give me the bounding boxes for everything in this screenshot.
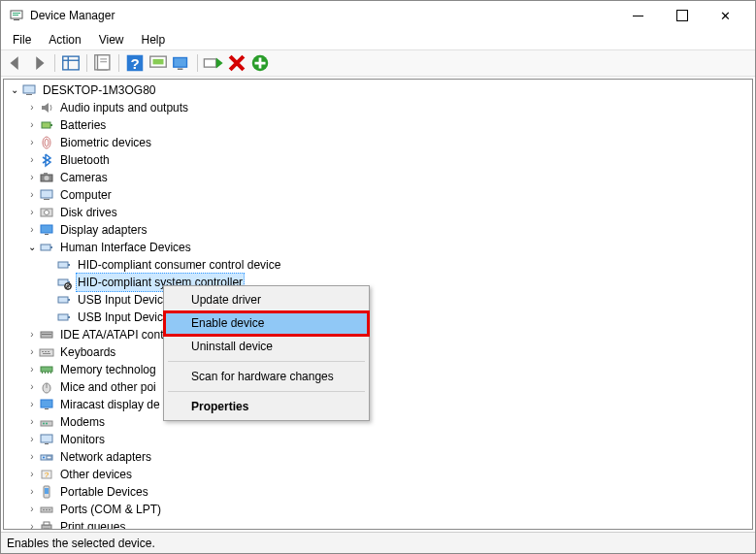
menu-action[interactable]: Action [41, 31, 88, 49]
tree-node[interactable]: ⌄Human Interface Devices [8, 239, 752, 256]
expand-arrow-icon[interactable]: › [25, 99, 39, 116]
expand-arrow-icon[interactable]: › [25, 413, 39, 431]
expand-arrow-icon[interactable]: › [25, 518, 39, 529]
svg-rect-46 [68, 316, 70, 318]
expand-arrow-icon[interactable]: › [25, 466, 39, 483]
expand-arrow-icon[interactable]: › [25, 483, 39, 501]
expand-arrow-icon[interactable]: › [25, 186, 39, 204]
expand-arrow-icon[interactable]: › [25, 501, 39, 518]
collapse-arrow-icon[interactable]: ⌄ [8, 81, 21, 99]
camera-icon [39, 170, 54, 185]
svg-rect-79 [42, 525, 51, 529]
window-title: Device Manager [30, 9, 616, 22]
tree-node[interactable]: HID-compliant consumer control device [8, 256, 752, 274]
tree-node-label: Biometric devices [58, 134, 153, 151]
uninstall-button[interactable] [226, 52, 247, 74]
expand-arrow-icon[interactable]: › [25, 343, 39, 361]
ide-icon [39, 327, 54, 342]
scan-hardware-button[interactable] [249, 52, 271, 74]
tree-node[interactable]: ›Memory technolog [8, 361, 752, 378]
tree-node[interactable]: ›Print queues [8, 518, 752, 529]
context-menu-item[interactable]: Properties [166, 395, 367, 418]
tree-node-label: HID-compliant consumer control device [76, 256, 282, 274]
expand-arrow-icon[interactable]: › [25, 116, 39, 134]
menu-file[interactable]: File [5, 31, 39, 49]
toolbar-sep [54, 54, 55, 72]
expand-arrow-icon[interactable]: › [25, 326, 39, 343]
menu-view[interactable]: View [91, 31, 132, 49]
svg-rect-53 [43, 353, 50, 354]
device-tree[interactable]: ⌄DESKTOP-1M3OG80›Audio inputs and output… [4, 80, 752, 529]
tree-node-label: USB Input Devic [76, 309, 165, 326]
tree-node[interactable]: ›Miracast display de [8, 396, 752, 413]
enable-device-button[interactable] [203, 52, 224, 74]
tree-node[interactable]: ›?Other devices [8, 466, 752, 483]
expand-arrow-icon[interactable]: › [25, 361, 39, 378]
svg-rect-21 [42, 122, 50, 128]
expand-arrow-icon[interactable]: › [25, 396, 39, 413]
help-button[interactable]: ? [124, 52, 146, 74]
tree-node[interactable]: ›Biometric devices [8, 134, 752, 151]
tree-node[interactable]: USB Input Devic [8, 309, 752, 326]
svg-rect-33 [45, 234, 49, 235]
show-hidden-button[interactable] [60, 52, 82, 74]
tree-node-label: DESKTOP-1M3OG80 [41, 81, 157, 99]
svg-rect-3 [14, 19, 19, 20]
tree-node[interactable]: ›Bluetooth [8, 151, 752, 169]
svg-rect-19 [23, 85, 35, 93]
tree-node[interactable]: ›Keyboards [8, 343, 752, 361]
scan-button[interactable] [148, 52, 169, 74]
svg-point-65 [46, 423, 48, 425]
tree-node[interactable]: ›Computer [8, 186, 752, 204]
finger-icon [39, 135, 54, 150]
tree-node[interactable]: ›Batteries [8, 116, 752, 134]
close-button[interactable]: ✕ [704, 1, 747, 30]
tree-node[interactable]: ›Portable Devices [8, 483, 752, 501]
tree-node[interactable]: ⌄DESKTOP-1M3OG80 [8, 81, 752, 99]
context-menu-item[interactable]: Scan for hardware changes [166, 365, 367, 388]
tree-node[interactable]: ›Monitors [8, 431, 752, 448]
tree-node-label: Ports (COM & LPT) [58, 501, 163, 518]
maximize-button[interactable] [660, 1, 704, 30]
tree-node[interactable]: ›Audio inputs and outputs [8, 99, 752, 116]
tree-node[interactable]: ›Network adapters [8, 448, 752, 466]
tree-node[interactable]: ›Modems [8, 413, 752, 431]
context-menu-item[interactable]: Uninstall device [166, 335, 367, 358]
forward-button[interactable] [28, 52, 49, 74]
tree-node-label: Bluetooth [58, 151, 112, 169]
update-driver-button[interactable] [171, 52, 192, 74]
hid-icon [56, 310, 72, 325]
tree-node[interactable]: USB Input Devic [8, 291, 752, 309]
hid-icon [39, 240, 54, 255]
tree-node[interactable]: HID-compliant system controller [8, 274, 752, 291]
svg-rect-44 [68, 299, 70, 301]
svg-point-77 [46, 509, 47, 510]
tree-node[interactable]: ›Cameras [8, 169, 752, 186]
toolbar-sep [197, 54, 198, 72]
svg-rect-1 [13, 13, 20, 14]
collapse-arrow-icon[interactable]: ⌄ [25, 239, 39, 256]
tree-node[interactable]: ›Disk drives [8, 204, 752, 221]
menu-help[interactable]: Help [134, 31, 174, 49]
app-icon [9, 8, 24, 23]
expand-arrow-icon[interactable]: › [25, 221, 39, 239]
expand-arrow-icon[interactable]: › [25, 169, 39, 186]
expand-arrow-icon[interactable]: › [25, 431, 39, 448]
back-button[interactable] [5, 52, 26, 74]
computer-icon [21, 82, 37, 98]
expand-arrow-icon[interactable]: › [25, 151, 39, 169]
properties-button[interactable] [92, 52, 114, 74]
tree-node[interactable]: ›Display adapters [8, 221, 752, 239]
context-menu-item[interactable]: Update driver [166, 288, 367, 311]
expand-arrow-icon[interactable]: › [25, 378, 39, 396]
tree-node[interactable]: ›IDE ATA/ATAPI cont [8, 326, 752, 343]
expand-arrow-icon[interactable]: › [25, 134, 39, 151]
expand-arrow-icon[interactable]: › [25, 204, 39, 221]
svg-rect-70 [47, 456, 51, 459]
expand-arrow-icon[interactable]: › [25, 448, 39, 466]
svg-rect-45 [58, 314, 68, 320]
minimize-button[interactable] [616, 1, 660, 30]
tree-node[interactable]: ›Mice and other poi [8, 378, 752, 396]
context-menu-item[interactable]: Enable device [166, 311, 367, 335]
tree-node[interactable]: ›Ports (COM & LPT) [8, 501, 752, 518]
